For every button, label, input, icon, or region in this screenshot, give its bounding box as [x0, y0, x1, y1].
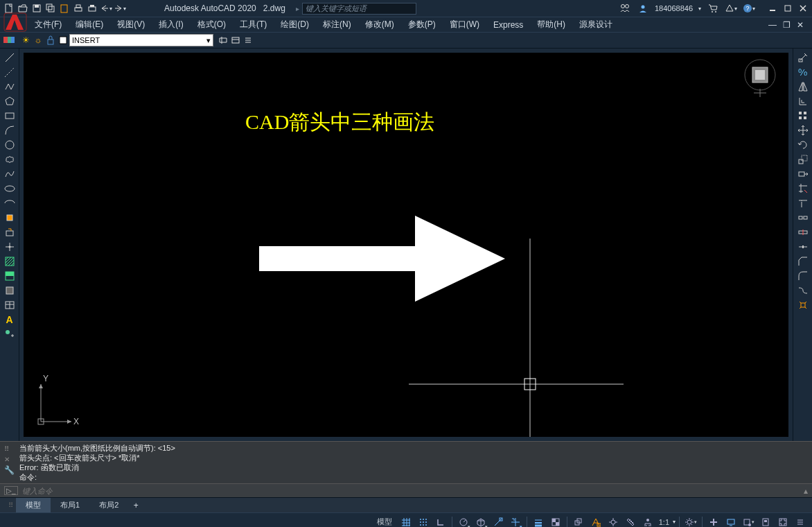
- menu-view[interactable]: 视图(V): [110, 17, 152, 32]
- search-input[interactable]: 键入关键字或短语: [302, 3, 416, 15]
- layer-freeze-icon[interactable]: ☼: [32, 34, 44, 46]
- chevron-down-icon[interactable]: ▾: [698, 6, 701, 12]
- menu-insert[interactable]: 插入(I): [152, 17, 190, 32]
- layer-state-icon[interactable]: [229, 34, 242, 46]
- layer-color-icon[interactable]: [57, 34, 69, 46]
- layer-bulb-icon[interactable]: ☀: [19, 34, 32, 46]
- ellipse-arc-icon[interactable]: [2, 197, 17, 209]
- doc-restore-icon[interactable]: ❐: [780, 19, 793, 31]
- tab-handle-icon[interactable]: ⠿: [6, 501, 16, 509]
- point-icon[interactable]: [2, 241, 17, 253]
- polygon-icon[interactable]: [2, 95, 17, 107]
- signin-icon[interactable]: [619, 2, 631, 15]
- cart-icon[interactable]: [707, 2, 719, 15]
- cmd-expand-icon[interactable]: ▴: [804, 486, 808, 496]
- person-icon[interactable]: [640, 515, 655, 528]
- blend-icon[interactable]: [795, 284, 811, 297]
- snap-icon[interactable]: [416, 515, 431, 528]
- menu-tools[interactable]: 工具(T): [233, 17, 274, 32]
- layer-lock-icon[interactable]: [44, 34, 57, 46]
- menu-dimension[interactable]: 标注(N): [316, 17, 358, 32]
- hatch-icon[interactable]: [2, 255, 17, 268]
- array-icon[interactable]: [795, 110, 811, 122]
- addselect-icon[interactable]: [2, 328, 17, 340]
- break-icon[interactable]: [795, 211, 811, 224]
- trim-icon[interactable]: [795, 182, 811, 195]
- isodraft-icon[interactable]: ▾: [473, 515, 488, 528]
- offset-icon[interactable]: [795, 95, 811, 107]
- menu-parametric[interactable]: 参数(P): [401, 17, 443, 32]
- menu-yuanquan[interactable]: 源泉设计: [572, 17, 619, 32]
- osnap-icon[interactable]: [491, 515, 506, 528]
- lwt-icon[interactable]: [531, 515, 546, 528]
- mtext-icon[interactable]: A: [2, 313, 17, 326]
- clean-screen-icon[interactable]: [775, 515, 791, 528]
- rectangle-icon[interactable]: [2, 110, 17, 122]
- help-icon[interactable]: ?▾: [743, 2, 755, 15]
- maximize-icon[interactable]: [782, 2, 794, 15]
- menu-express[interactable]: Express: [486, 19, 530, 31]
- undo-icon[interactable]: ▾: [100, 2, 112, 15]
- plot-icon[interactable]: [72, 2, 85, 15]
- cmd-handle-icon[interactable]: ⠿: [4, 444, 19, 454]
- mirror-icon[interactable]: [795, 80, 811, 93]
- app-icon[interactable]: ▾: [725, 2, 737, 15]
- join-icon[interactable]: [795, 241, 811, 253]
- erase-icon[interactable]: [795, 51, 811, 64]
- arc-icon[interactable]: [2, 124, 17, 137]
- menu-format[interactable]: 格式(O): [191, 17, 233, 32]
- gear-icon[interactable]: ▾: [683, 515, 698, 528]
- close-icon[interactable]: [797, 2, 809, 15]
- saveall-icon[interactable]: [44, 2, 57, 15]
- command-input[interactable]: [22, 487, 800, 495]
- polyline-icon[interactable]: [2, 80, 17, 93]
- copy-icon[interactable]: ⁰⁄₀: [795, 66, 811, 78]
- move-icon[interactable]: [795, 124, 811, 137]
- region-icon[interactable]: [2, 284, 17, 297]
- units-icon[interactable]: [623, 515, 638, 528]
- otrack-icon[interactable]: ▾: [508, 515, 523, 528]
- stretch-icon[interactable]: [795, 168, 811, 180]
- revcloud-icon[interactable]: [2, 153, 17, 166]
- chamfer-icon[interactable]: [795, 255, 811, 268]
- ortho-icon[interactable]: [433, 515, 448, 528]
- polar-icon[interactable]: ▾: [456, 515, 471, 528]
- minimize-icon[interactable]: [766, 2, 779, 15]
- fillet-icon[interactable]: [795, 270, 811, 282]
- doc-minimize-icon[interactable]: —: [766, 19, 779, 31]
- hardware-accel-icon[interactable]: [758, 515, 773, 528]
- menu-edit[interactable]: 编辑(E): [69, 17, 110, 32]
- spline-icon[interactable]: [2, 168, 17, 180]
- scale-icon[interactable]: [795, 153, 811, 166]
- xline-icon[interactable]: [2, 66, 17, 78]
- cmd-tool-icon[interactable]: 🔧: [4, 465, 19, 475]
- layer-prev-icon[interactable]: [217, 34, 229, 46]
- transparency-icon[interactable]: [548, 515, 563, 528]
- table-icon[interactable]: [2, 299, 17, 311]
- circle-icon[interactable]: [2, 139, 17, 151]
- workspace-plus-icon[interactable]: [706, 515, 721, 528]
- cloud-icon[interactable]: [58, 2, 71, 15]
- make-block-icon[interactable]: [2, 226, 17, 239]
- monitor-icon[interactable]: [723, 515, 739, 528]
- menu-modify[interactable]: 修改(M): [358, 17, 401, 32]
- rotate-icon[interactable]: [795, 139, 811, 151]
- save-icon[interactable]: [30, 2, 43, 15]
- explode-icon[interactable]: [795, 299, 811, 311]
- qp-icon[interactable]: [606, 515, 621, 528]
- viewcube-icon[interactable]: [740, 58, 780, 100]
- layer-properties-icon[interactable]: [3, 34, 15, 46]
- selection-cycling-icon[interactable]: [571, 515, 586, 528]
- tab-layout2[interactable]: 布局2: [89, 498, 128, 512]
- user-icon[interactable]: [637, 2, 649, 15]
- insert-block-icon[interactable]: [2, 211, 17, 224]
- ellipse-icon[interactable]: [2, 182, 17, 195]
- menu-file[interactable]: 文件(F): [28, 17, 69, 32]
- model-toggle[interactable]: 模型: [373, 515, 396, 528]
- tab-layout1[interactable]: 布局1: [51, 498, 89, 512]
- menu-window[interactable]: 窗口(W): [443, 17, 486, 32]
- layer-combo[interactable]: INSERT ▾: [69, 34, 213, 46]
- grid-icon[interactable]: [398, 515, 414, 528]
- menu-draw[interactable]: 绘图(D): [274, 17, 316, 32]
- drawing-canvas[interactable]: CAD箭头中三种画法 Y X: [24, 53, 788, 437]
